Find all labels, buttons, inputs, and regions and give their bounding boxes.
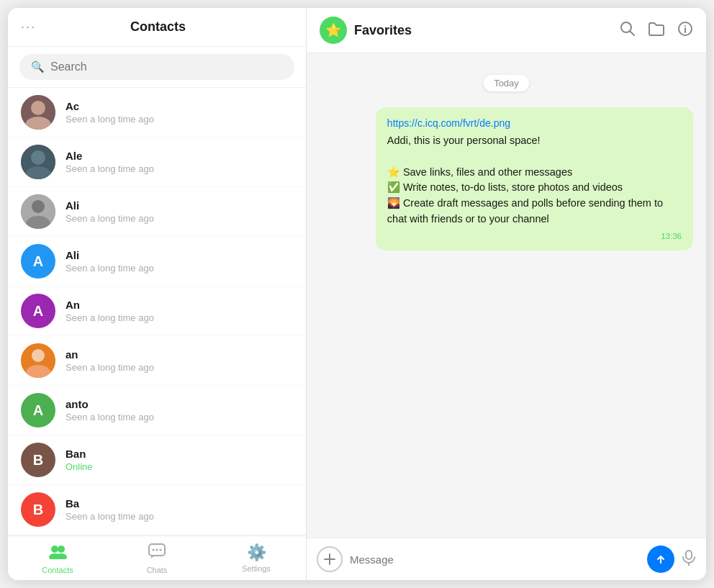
contact-item[interactable]: Ale Seen a long time ago [8,137,306,187]
svg-rect-29 [686,551,692,559]
contact-name: Ban [65,448,293,460]
search-button[interactable] [620,21,636,40]
chat-area: Today https://c.icq.com/fvrt/de.png Addi… [307,53,706,538]
send-button[interactable] [647,546,674,573]
avatar [21,194,55,229]
avatar: B [21,443,55,477]
contact-info: Ale Seen a long time ago [65,150,293,174]
svg-point-19 [160,549,162,551]
contact-status: Seen a long time ago [65,362,293,373]
left-panel: ··· Contacts 🔍 Ac [8,8,307,580]
message-link[interactable]: https://c.icq.com/fvrt/de.png [387,117,682,129]
search-bar: 🔍 [8,47,306,88]
date-badge: Today [484,75,529,91]
tab-chats-label: Chats [147,566,168,574]
message-text: Addi, this is your personal space! ⭐ Sav… [387,133,682,227]
input-area [307,538,706,580]
avatar: A [21,294,55,328]
info-button[interactable] [677,21,693,40]
svg-line-21 [630,31,634,35]
message-input[interactable] [350,553,640,566]
contact-name: An [65,299,293,311]
folder-button[interactable] [649,22,664,40]
contact-status: Online [65,461,293,472]
settings-tab-icon: ⚙️ [247,543,266,562]
contacts-list: Ac Seen a long time ago Ale Seen a long … [8,88,306,535]
contact-name: Ali [65,249,293,261]
avatar [21,145,55,179]
header-actions [620,21,693,40]
search-input-wrap: 🔍 [19,54,294,80]
contact-info: Ban Online [65,448,293,472]
tab-chats[interactable]: Chats [107,536,207,580]
contact-item[interactable]: Ac Seen a long time ago [8,88,306,137]
left-header: ··· Contacts [8,8,306,47]
app-container: ··· Contacts 🔍 Ac [8,8,706,580]
right-header: ⭐ Favorites [307,8,706,53]
message-bubble: https://c.icq.com/fvrt/de.png Addi, this… [376,107,693,250]
tab-contacts-label: Contacts [42,566,73,574]
add-attachment-button[interactable] [317,546,343,572]
contact-status: Seen a long time ago [65,312,293,323]
contact-item[interactable]: Ali Seen a long time ago [8,187,306,237]
svg-point-4 [31,150,45,165]
contact-item[interactable]: A anto Seen a long time ago [8,386,306,435]
contact-name: anto [65,398,293,410]
contact-info: Ali Seen a long time ago [65,199,293,224]
contact-info: Ac Seen a long time ago [65,100,293,125]
svg-point-17 [153,549,155,551]
favorites-icon: ⭐ [320,17,347,44]
contact-name: an [65,348,293,361]
avatar [21,343,55,378]
svg-point-7 [32,200,45,213]
contact-status: Seen a long time ago [65,263,293,273]
contact-info: Ba Seen a long time ago [65,497,293,522]
tab-settings-label: Settings [242,564,271,573]
contact-info: An Seen a long time ago [65,299,293,323]
avatar: A [21,393,55,428]
svg-point-10 [32,349,45,362]
contact-name: Ale [65,150,293,162]
left-panel-title: Contacts [45,19,271,35]
svg-point-12 [51,546,58,553]
right-panel: ⭐ Favorites [307,8,706,580]
contact-status: Seen a long time ago [65,511,293,522]
svg-point-13 [58,546,65,553]
contact-name: Ali [65,199,293,212]
avatar [21,95,55,130]
chats-tab-icon [148,543,166,564]
contact-info: anto Seen a long time ago [65,398,293,422]
contact-status: Seen a long time ago [65,213,293,224]
contact-item[interactable]: B Ba Seen a long time ago [8,485,306,535]
svg-point-18 [156,549,158,551]
avatar: B [21,492,55,527]
tab-settings[interactable]: ⚙️ Settings [207,536,306,580]
svg-point-24 [684,25,686,27]
contact-item[interactable]: A Ali Seen a long time ago [8,237,306,286]
message-time: 13:36 [387,232,682,240]
date-divider: Today [320,75,693,91]
svg-point-1 [31,101,45,115]
contact-info: an Seen a long time ago [65,348,293,373]
contact-item[interactable]: B Ban Online [8,435,306,485]
contact-status: Seen a long time ago [65,412,293,422]
contact-name: Ba [65,497,293,510]
mic-button[interactable] [682,550,696,569]
tab-contacts[interactable]: Contacts [8,536,107,580]
contact-status: Seen a long time ago [65,163,293,174]
star-icon: ⭐ [325,22,341,38]
contact-item[interactable]: A An Seen a long time ago [8,286,306,336]
contact-status: Seen a long time ago [65,114,293,125]
search-input[interactable] [50,60,283,73]
contacts-tab-icon [48,543,67,564]
avatar: A [21,244,55,279]
bottom-tabs: Contacts Chats ⚙️ Settings [8,535,306,580]
contact-name: Ac [65,100,293,112]
search-icon: 🔍 [31,60,45,73]
contact-item[interactable]: an Seen a long time ago [8,336,306,386]
menu-dots-icon[interactable]: ··· [21,19,36,35]
contact-info: Ali Seen a long time ago [65,249,293,273]
right-panel-title: Favorites [354,23,620,38]
